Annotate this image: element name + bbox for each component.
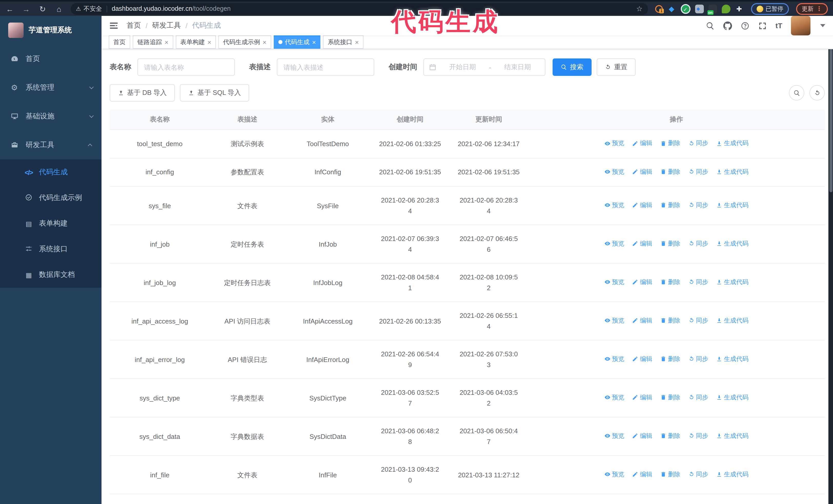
preview-link[interactable]: 预览 bbox=[604, 138, 624, 149]
generate-code-link[interactable]: 生成代码 bbox=[716, 392, 749, 403]
close-icon[interactable]: × bbox=[207, 39, 211, 45]
hamburger-icon[interactable] bbox=[109, 22, 118, 30]
delete-link[interactable]: 删除 bbox=[660, 431, 680, 441]
generate-code-link[interactable]: 生成代码 bbox=[716, 469, 749, 480]
db-import-button[interactable]: 基于 DB 导入 bbox=[110, 84, 175, 101]
sidebar-item-codegen[interactable]: </> 代码生成 bbox=[0, 160, 101, 185]
delete-link[interactable]: 删除 bbox=[660, 238, 680, 249]
delete-link[interactable]: 删除 bbox=[660, 469, 680, 480]
sidebar-item-system[interactable]: ⚙ 系统管理 bbox=[0, 73, 101, 102]
sync-link[interactable]: 同步 bbox=[688, 392, 708, 403]
generate-code-link[interactable]: 生成代码 bbox=[716, 431, 749, 441]
extension-orange-ring-icon[interactable]: 1 bbox=[655, 5, 663, 13]
tab-tracing[interactable]: 链路追踪× bbox=[133, 35, 173, 49]
sql-import-button[interactable]: 基于 SQL 导入 bbox=[180, 84, 249, 101]
browser-reload-icon[interactable]: ↻ bbox=[38, 5, 47, 13]
sidebar-item-devtools[interactable]: 研发工具 bbox=[0, 131, 101, 160]
search-button[interactable]: 搜索 bbox=[553, 58, 592, 76]
date-range-picker[interactable]: 开始日期 - 结束日期 bbox=[423, 58, 545, 76]
extension-green-icon[interactable] bbox=[721, 4, 730, 13]
refresh-table-button[interactable] bbox=[809, 85, 825, 100]
extension-gem-icon[interactable]: ◆ bbox=[667, 4, 676, 13]
preview-link[interactable]: 预览 bbox=[604, 431, 624, 441]
generate-code-link[interactable]: 生成代码 bbox=[716, 315, 749, 326]
preview-link[interactable]: 预览 bbox=[604, 200, 624, 211]
browser-home-icon[interactable]: ⌂ bbox=[54, 5, 64, 13]
edit-link[interactable]: 编辑 bbox=[632, 277, 652, 288]
help-icon[interactable] bbox=[741, 21, 749, 30]
edit-link[interactable]: 编辑 bbox=[632, 166, 652, 177]
breadcrumb-devtools[interactable]: 研发工具 bbox=[152, 21, 181, 30]
sidebar-logo[interactable]: 芋道管理系统 bbox=[0, 16, 101, 45]
scrollbar-thumb[interactable] bbox=[829, 33, 832, 192]
tab-api[interactable]: 系统接口× bbox=[323, 35, 363, 49]
edit-link[interactable]: 编辑 bbox=[632, 238, 652, 249]
profile-paused-pill[interactable]: 已暂停 bbox=[751, 3, 789, 15]
breadcrumb-home[interactable]: 首页 bbox=[127, 21, 141, 30]
preview-link[interactable]: 预览 bbox=[604, 238, 624, 249]
tab-form-builder[interactable]: 表单构建× bbox=[175, 35, 216, 49]
delete-link[interactable]: 删除 bbox=[660, 354, 680, 364]
delete-link[interactable]: 删除 bbox=[660, 166, 680, 177]
tab-home[interactable]: 首页 bbox=[109, 35, 130, 49]
generate-code-link[interactable]: 生成代码 bbox=[716, 166, 749, 177]
browser-forward-icon[interactable]: → bbox=[22, 5, 31, 13]
address-bar[interactable]: ⚠ 不安全 dashboard.yudao.iocoder.cn /tool/c… bbox=[71, 3, 648, 15]
sync-link[interactable]: 同步 bbox=[688, 166, 708, 177]
edit-link[interactable]: 编辑 bbox=[632, 469, 652, 480]
search-icon[interactable] bbox=[706, 21, 715, 30]
delete-link[interactable]: 删除 bbox=[660, 138, 680, 149]
reset-button[interactable]: 重置 bbox=[597, 58, 636, 76]
sync-link[interactable]: 同步 bbox=[688, 431, 708, 441]
close-icon[interactable]: × bbox=[165, 39, 168, 45]
url-path[interactable]: /tool/codegen bbox=[192, 5, 231, 12]
preview-link[interactable]: 预览 bbox=[604, 469, 624, 480]
avatar-caret-icon[interactable] bbox=[820, 24, 825, 27]
page-scrollbar[interactable] bbox=[828, 32, 833, 504]
sync-link[interactable]: 同步 bbox=[688, 138, 708, 149]
edit-link[interactable]: 编辑 bbox=[632, 431, 652, 441]
tab-codegen[interactable]: 代码生成× bbox=[274, 35, 320, 49]
fullscreen-icon[interactable] bbox=[758, 21, 767, 30]
browser-back-icon[interactable]: ← bbox=[5, 5, 14, 13]
preview-link[interactable]: 预览 bbox=[604, 277, 624, 288]
sidebar-item-db-docs[interactable]: ▦ 数据库文档 bbox=[0, 262, 101, 288]
close-icon[interactable]: × bbox=[262, 39, 266, 45]
url-host[interactable]: dashboard.yudao.iocoder.cn bbox=[112, 5, 192, 12]
edit-link[interactable]: 编辑 bbox=[632, 200, 652, 211]
sidebar-item-codegen-example[interactable]: 代码生成示例 bbox=[0, 185, 101, 211]
edit-link[interactable]: 编辑 bbox=[632, 315, 652, 326]
delete-link[interactable]: 删除 bbox=[660, 315, 680, 326]
close-icon[interactable]: × bbox=[312, 39, 316, 45]
generate-code-link[interactable]: 生成代码 bbox=[716, 238, 749, 249]
tab-codegen-example[interactable]: 代码生成示例× bbox=[218, 35, 271, 49]
sidebar-item-home[interactable]: 首页 bbox=[0, 45, 101, 73]
edit-link[interactable]: 编辑 bbox=[632, 392, 652, 403]
sidebar-item-form-builder[interactable]: ▤ 表单构建 bbox=[0, 211, 101, 236]
sync-link[interactable]: 同步 bbox=[688, 315, 708, 326]
security-label[interactable]: 不安全 bbox=[84, 4, 102, 13]
preview-link[interactable]: 预览 bbox=[604, 315, 624, 326]
extensions-puzzle-icon[interactable]: ✚ bbox=[735, 4, 743, 13]
bookmark-star-icon[interactable]: ☆ bbox=[636, 5, 643, 13]
sync-link[interactable]: 同步 bbox=[688, 200, 708, 211]
toggle-search-button[interactable] bbox=[789, 85, 804, 100]
extension-check-icon[interactable]: ✓ bbox=[681, 4, 690, 14]
preview-link[interactable]: 预览 bbox=[604, 354, 624, 364]
browser-update-pill[interactable]: 更新 ⋮ bbox=[796, 3, 828, 15]
edit-link[interactable]: 编辑 bbox=[632, 138, 652, 149]
sidebar-item-api[interactable]: 系统接口 bbox=[0, 236, 101, 262]
table-desc-input[interactable] bbox=[277, 58, 374, 76]
github-icon[interactable] bbox=[723, 21, 732, 30]
extension-on-icon[interactable]: on bbox=[708, 4, 717, 13]
preview-link[interactable]: 预览 bbox=[604, 392, 624, 403]
generate-code-link[interactable]: 生成代码 bbox=[716, 277, 749, 288]
delete-link[interactable]: 删除 bbox=[660, 392, 680, 403]
generate-code-link[interactable]: 生成代码 bbox=[716, 354, 749, 364]
sync-link[interactable]: 同步 bbox=[688, 469, 708, 480]
sync-link[interactable]: 同步 bbox=[688, 354, 708, 364]
sync-link[interactable]: 同步 bbox=[688, 238, 708, 249]
sidebar-item-infra[interactable]: 基础设施 bbox=[0, 102, 101, 131]
font-size-icon[interactable]: tT bbox=[776, 22, 782, 30]
extension-grid-icon[interactable]: ◆ bbox=[695, 4, 704, 13]
